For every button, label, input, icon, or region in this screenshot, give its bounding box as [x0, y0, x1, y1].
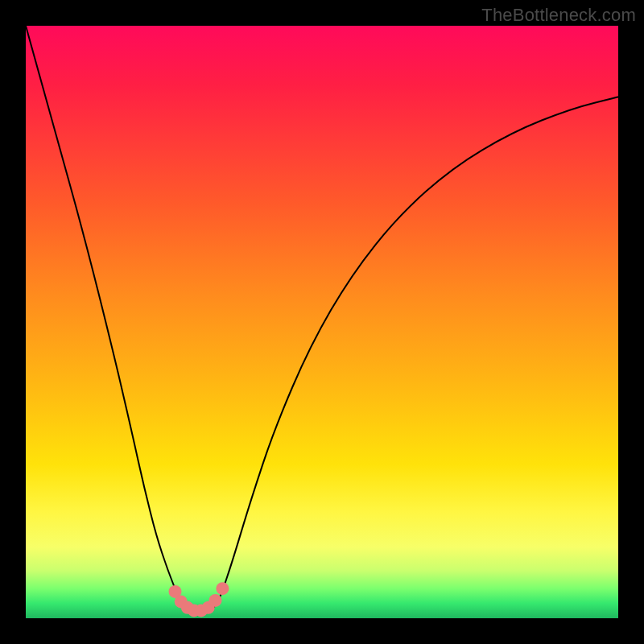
watermark-text: TheBottleneck.com — [481, 5, 636, 26]
plot-area — [26, 26, 618, 618]
trough-dot — [209, 594, 222, 607]
curve-layer — [26, 26, 618, 618]
bottleneck-curve — [26, 26, 618, 613]
chart-frame: TheBottleneck.com — [0, 0, 644, 644]
trough-dots — [169, 582, 229, 617]
trough-dot — [216, 582, 229, 595]
